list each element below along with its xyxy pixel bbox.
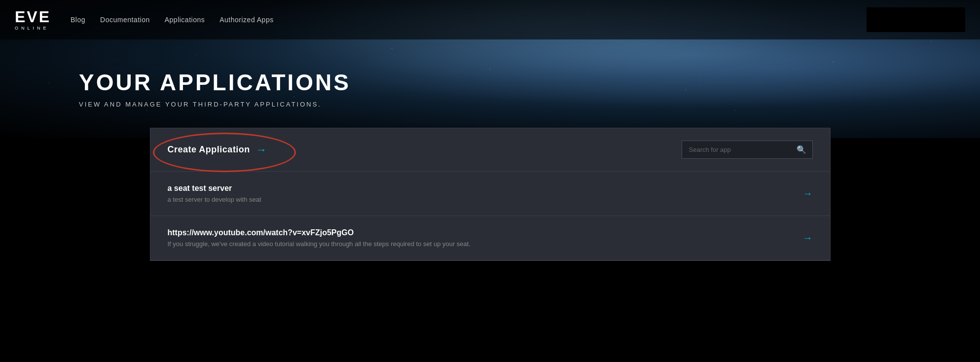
logo-eve-text: EVE xyxy=(15,9,51,25)
app-item-name: https://www.youtube.com/watch?v=xvFZjo5P… xyxy=(168,228,471,237)
app-panel: Create Application → 🔍 a seat test serve… xyxy=(150,128,831,261)
search-input[interactable] xyxy=(682,142,791,157)
nav-link-authorized-apps[interactable]: Authorized Apps xyxy=(219,16,273,24)
app-item-arrow-icon: → xyxy=(803,232,813,244)
app-item-description: a test server to develop with seat xyxy=(168,196,261,203)
panel-header: Create Application → 🔍 xyxy=(150,128,830,172)
nav-link-applications[interactable]: Applications xyxy=(165,16,205,24)
nav-right-block xyxy=(867,7,965,32)
search-button[interactable]: 🔍 xyxy=(791,141,812,158)
nav-links: Blog Documentation Applications Authoriz… xyxy=(71,16,867,24)
main-content: Create Application → 🔍 a seat test serve… xyxy=(71,128,909,261)
app-item-arrow-icon: → xyxy=(803,188,813,199)
create-app-arrow-icon: → xyxy=(256,144,267,156)
page-subtitle: VIEW AND MANAGE YOUR THIRD-PARTY APPLICA… xyxy=(79,101,901,108)
create-app-label: Create Application xyxy=(168,145,250,155)
app-list-item[interactable]: a seat test server a test server to deve… xyxy=(150,172,830,216)
app-item-description: If you struggle, we've created a video t… xyxy=(168,240,471,248)
site-logo: EVE ONLINE xyxy=(15,9,51,31)
nav-link-blog[interactable]: Blog xyxy=(71,16,85,24)
app-item-info: a seat test server a test server to deve… xyxy=(168,184,261,203)
nav-link-documentation[interactable]: Documentation xyxy=(100,16,150,24)
search-box: 🔍 xyxy=(682,141,813,159)
logo-online-text: ONLINE xyxy=(15,26,49,31)
create-application-button[interactable]: Create Application → xyxy=(168,144,267,156)
app-item-info: https://www.youtube.com/watch?v=xvFZjo5P… xyxy=(168,228,471,248)
hero-section: YOUR APPLICATIONS VIEW AND MANAGE YOUR T… xyxy=(0,39,980,128)
app-list-item[interactable]: https://www.youtube.com/watch?v=xvFZjo5P… xyxy=(150,216,830,260)
navbar: EVE ONLINE Blog Documentation Applicatio… xyxy=(0,0,980,39)
page-title: YOUR APPLICATIONS xyxy=(79,69,901,96)
search-icon: 🔍 xyxy=(797,145,806,154)
app-item-name: a seat test server xyxy=(168,184,261,193)
